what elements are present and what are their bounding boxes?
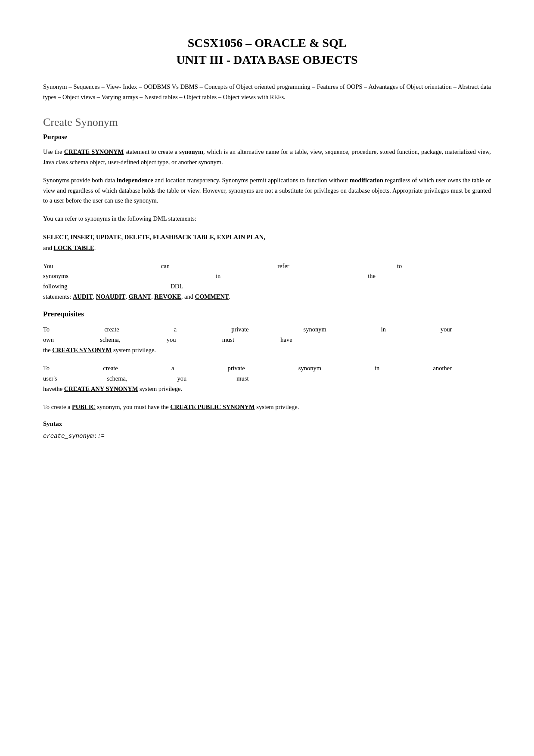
noaudit-code: NOAUDIT xyxy=(96,293,125,300)
synonym-bold: synonym xyxy=(179,148,203,155)
revoke-code: REVOKE xyxy=(154,293,181,300)
lock-table-code: LOCK TABLE xyxy=(54,244,94,251)
create-synonym-heading: Create Synonym xyxy=(43,116,491,129)
prereq-line-2: To create a private synonym in another u… xyxy=(43,363,491,384)
purpose-heading: Purpose xyxy=(43,133,491,141)
create-synonym-code-1: CREATE SYNONYM xyxy=(64,148,124,155)
course-description: Synonym – Sequences – View- Index – OODB… xyxy=(43,82,491,102)
prerequisites-heading: Prerequisites xyxy=(43,310,491,319)
dml-statements-block: SELECT, INSERT, UPDATE, DELETE, FLASHBAC… xyxy=(43,232,491,253)
independence-bold: independence xyxy=(117,177,153,184)
ddl-spaced-line: You can refer to synonyms in the followi… xyxy=(43,261,491,292)
purpose-paragraph-1: Use the CREATE SYNONYM statement to crea… xyxy=(43,147,491,168)
syntax-code-block: create_synonym::= xyxy=(43,433,491,440)
page-title-block: SCSX1056 – ORACLE & SQL UNIT III - DATA … xyxy=(43,34,491,68)
audit-code: AUDIT xyxy=(73,293,93,300)
prereq-line-1: To create a private synonym in your own … xyxy=(43,325,491,345)
purpose-paragraph-3: You can refer to synonyms in the followi… xyxy=(43,214,491,224)
title-line2: UNIT III - DATA BASE OBJECTS xyxy=(177,53,358,66)
modification-bold: modification xyxy=(350,177,383,184)
grant-code: GRANT xyxy=(129,293,151,300)
purpose-paragraph-2: Synonyms provide both data independence … xyxy=(43,175,491,206)
create-public-synonym-privilege: CREATE PUBLIC SYNONYM xyxy=(170,403,255,410)
create-any-synonym-privilege: CREATE ANY SYNONYM xyxy=(64,385,138,392)
prereq-paragraph-1: To create a private synonym in your own … xyxy=(43,325,491,356)
dml-bold-line-1: SELECT, INSERT, UPDATE, DELETE, FLASHBAC… xyxy=(43,234,265,241)
title-line1: SCSX1056 – ORACLE & SQL xyxy=(188,36,347,50)
main-title: SCSX1056 – ORACLE & SQL UNIT III - DATA … xyxy=(43,34,491,68)
prereq-paragraph-3: To create a PUBLIC synonym, you must hav… xyxy=(43,402,491,412)
comment-code: COMMENT xyxy=(195,293,229,300)
ddl-paragraph: You can refer to synonyms in the followi… xyxy=(43,261,491,303)
syntax-heading: Syntax xyxy=(43,420,491,428)
prereq-paragraph-2: To create a private synonym in another u… xyxy=(43,363,491,394)
create-synonym-privilege: CREATE SYNONYM xyxy=(52,347,112,353)
public-code: PUBLIC xyxy=(72,403,96,410)
